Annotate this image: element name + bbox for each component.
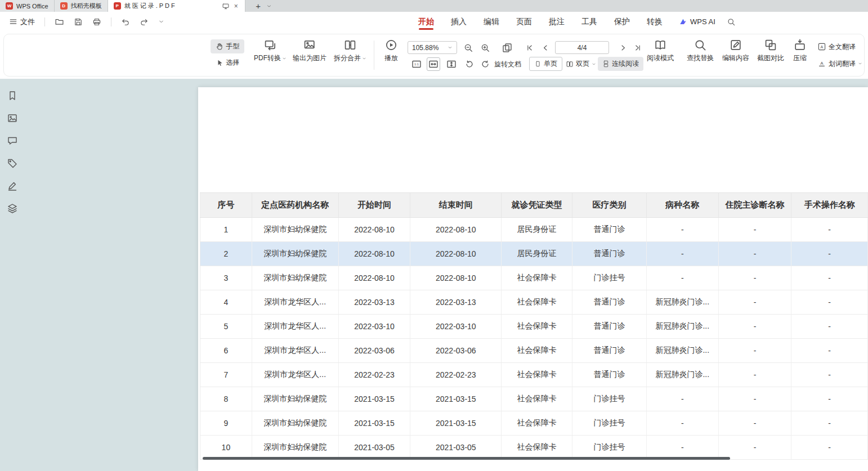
last-page-button[interactable] [632, 42, 644, 54]
export-image-button[interactable]: 输出为图片 [290, 38, 329, 63]
double-page-button[interactable]: 双页 [563, 57, 599, 71]
ribbon-tab-convert[interactable]: 转换 [638, 12, 671, 32]
table-cell: 门诊挂号 [572, 387, 647, 411]
ribbon-tab-edit[interactable]: 编辑 [475, 12, 508, 32]
menu-search-button[interactable] [727, 17, 736, 26]
column-header: 序号 [200, 193, 252, 218]
ribbon-tab-page[interactable]: 页面 [508, 12, 540, 32]
single-page-icon [534, 60, 542, 68]
undo-button[interactable] [119, 16, 132, 28]
find-replace-button[interactable]: 查找替换 [682, 38, 718, 63]
wps-ai-button[interactable]: WPS AI [679, 17, 715, 26]
column-header: 住院主诊断名称 [718, 193, 791, 218]
pdf-convert-button[interactable]: PDF转换 [251, 38, 289, 63]
compress-label: 压缩 [793, 53, 807, 63]
continuous-read-button[interactable]: 连续阅读 [598, 57, 643, 71]
split-merge-button[interactable]: 拆分合并 [331, 38, 369, 63]
redo-button[interactable] [137, 16, 151, 28]
tab-list-chevron-icon[interactable] [266, 0, 272, 12]
fit-page-button[interactable] [445, 57, 458, 71]
screenshot-compare-button[interactable]: 截图对比 [753, 38, 788, 63]
medical-table: 序号定点医药机构名称开始时间结束时间就诊凭证类型医疗类别病种名称住院主诊断名称手… [200, 192, 868, 460]
word-translate-button[interactable]: A 划词翻译 [817, 57, 862, 70]
layers-panel-button[interactable] [7, 203, 18, 214]
table-cell: - [718, 387, 791, 411]
fit-window-button[interactable] [500, 41, 514, 55]
wps-logo-icon: W [6, 2, 13, 10]
actual-size-icon: 1:1 [411, 59, 422, 70]
comments-panel-button[interactable] [7, 135, 18, 146]
zoom-out-button[interactable] [462, 41, 475, 55]
pdf-convert-label: PDF转换 [254, 53, 281, 63]
table-cell: - [718, 436, 791, 460]
compress-button[interactable]: 压缩 [787, 38, 813, 63]
document-tab-label: 就医记录.PDF [124, 2, 177, 10]
table-cell: - [791, 411, 868, 436]
table-cell: 2022-08-10 [338, 218, 410, 242]
tags-panel-button[interactable] [7, 158, 18, 169]
bookmarks-panel-button[interactable] [7, 90, 18, 101]
next-page-button[interactable] [617, 42, 629, 54]
print-button[interactable] [90, 16, 104, 28]
open-file-button[interactable] [52, 15, 66, 28]
previous-page-button[interactable] [539, 42, 552, 54]
table-row: 5深圳市龙华区人...2022-03-102022-03-10社会保障卡普通门诊… [200, 315, 868, 339]
ribbon-tab-comment[interactable]: 批注 [540, 12, 573, 32]
table-cell: 门诊挂号 [572, 266, 647, 290]
table-cell: 深圳市妇幼保健院 [252, 242, 338, 266]
table-cell: 社会保障卡 [502, 315, 572, 339]
actual-size-button[interactable]: 1:1 [410, 57, 423, 71]
split-merge-icon [343, 38, 357, 52]
play-button[interactable]: 播放 [377, 38, 405, 63]
window-tab-bar: W WPS Office D 找稻壳模板 P 就医记录.PDF × + [0, 0, 868, 12]
zoom-in-button[interactable] [478, 41, 492, 55]
first-page-button[interactable] [524, 42, 536, 54]
close-tab-icon[interactable]: × [233, 2, 239, 10]
ribbon-tab-protect[interactable]: 保护 [606, 12, 638, 32]
pdf-page[interactable]: 序号定点医药机构名称开始时间结束时间就诊凭证类型医疗类别病种名称住院主诊断名称手… [198, 87, 868, 471]
edit-content-label: 编辑内容 [722, 53, 749, 63]
thumbnails-panel-button[interactable] [7, 113, 18, 124]
fit-width-button[interactable] [427, 57, 440, 71]
rotate-document-label: 旋转文档 [494, 60, 521, 69]
fit-width-icon [428, 59, 439, 70]
rotate-document-button[interactable]: 旋转文档 [494, 57, 521, 71]
monitor-icon[interactable] [222, 2, 230, 10]
read-mode-button[interactable]: 阅读模式 [643, 38, 678, 63]
wps-ai-logo-icon [679, 17, 687, 26]
select-tool-button[interactable]: 选择 [211, 56, 244, 70]
file-menu-button[interactable]: 文件 [7, 15, 37, 29]
ribbon-tab-home[interactable]: 开始 [410, 12, 442, 32]
edit-content-button[interactable]: 编辑内容 [718, 38, 753, 63]
hand-tool-label: 手型 [226, 42, 240, 51]
table-cell: 门诊挂号 [572, 436, 647, 460]
undo-icon [121, 17, 130, 26]
quickbar-chevron-icon[interactable] [156, 17, 167, 26]
table-cell: - [646, 411, 718, 436]
table-cell: 深圳市龙华区人... [252, 290, 338, 315]
zoom-level-combo[interactable]: 105.88% [408, 41, 457, 54]
ribbon-tab-insert[interactable]: 插入 [442, 12, 475, 32]
rotate-right-button[interactable] [478, 57, 492, 71]
full-text-translate-button[interactable]: A 全文翻译 [817, 41, 856, 53]
hand-tool-button[interactable]: 手型 [211, 39, 244, 53]
table-cell: 普通门诊 [572, 363, 647, 387]
horizontal-scrollbar[interactable] [203, 457, 730, 460]
save-button[interactable] [71, 16, 85, 28]
page-number-input[interactable] [555, 41, 609, 54]
divider [111, 17, 111, 26]
signature-panel-button[interactable] [7, 180, 18, 191]
column-header: 医疗类别 [572, 193, 647, 218]
print-icon [92, 17, 101, 26]
rotate-left-button[interactable] [463, 57, 476, 71]
tab-docer-templates[interactable]: D 找稻壳模板 [55, 0, 108, 12]
tab-document[interactable]: P 就医记录.PDF × [108, 0, 245, 12]
table-cell: 2022-08-10 [410, 242, 502, 266]
table-cell: 1 [200, 218, 252, 242]
table-row: 2深圳市妇幼保健院2022-08-102022-08-10居民身份证普通门诊--… [200, 242, 868, 266]
tab-wps-office[interactable]: W WPS Office [0, 0, 55, 12]
full-text-translate-label: 全文翻译 [829, 42, 856, 52]
ribbon-tab-tools[interactable]: 工具 [573, 12, 606, 32]
new-tab-button[interactable]: + [253, 0, 264, 11]
single-page-button[interactable]: 单页 [529, 57, 562, 71]
